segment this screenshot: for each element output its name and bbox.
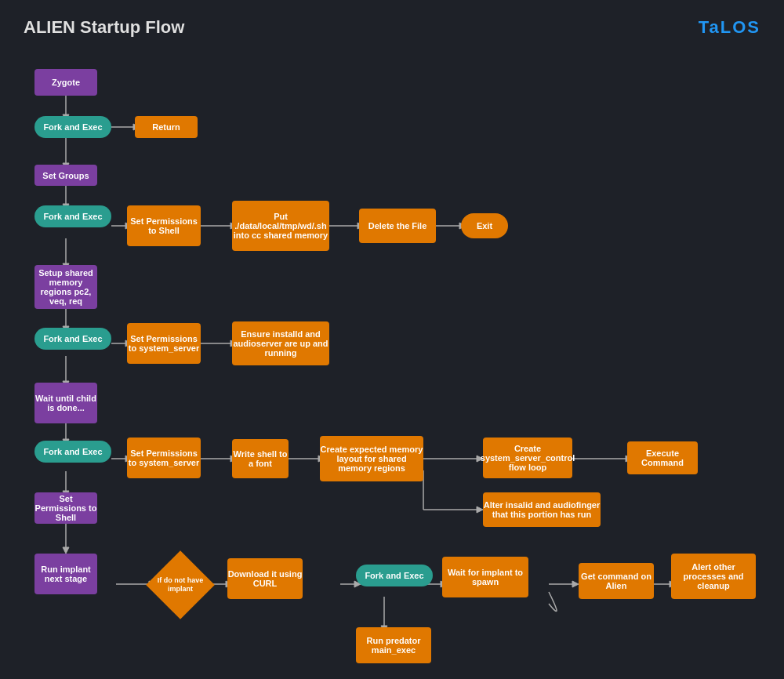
put-data-node: Put ./data/local/tmp/wd/.sh into cc shar… — [232, 201, 329, 251]
set-perm-sys-1-node: Set Permissions to system_server — [127, 323, 201, 364]
create-expected-node: Create expected memory layout for shared… — [320, 436, 423, 481]
fork-exec-3-node: Fork and Exec — [34, 328, 111, 350]
set-perm-shell-2-node: Set Permissions to Shell — [34, 492, 97, 524]
fork-exec-1-node: Fork and Exec — [34, 116, 111, 138]
create-system-server-node: Create system_server_control flow loop — [483, 438, 572, 478]
alter-installd-node: Alter insalid and audiofinger that this … — [483, 492, 601, 527]
setup-shared-node: Setup shared memory regions pc2, veq, re… — [34, 265, 97, 309]
fork-exec-2-node: Fork and Exec — [34, 205, 111, 227]
exit-node: Exit — [461, 213, 508, 238]
write-shell-node: Write shell to a font — [232, 439, 289, 478]
alert-other-node: Alert other processes and cleanup — [671, 554, 756, 599]
zygote-node: Zygote — [34, 69, 97, 96]
set-perm-sys-2-node: Set Permissions to system_server — [127, 438, 201, 478]
get-command-node: Get command on Alien — [579, 563, 654, 599]
delete-file-node: Delete the File — [359, 209, 436, 243]
diagram-container: ALIEN Startup Flow TaLOS — [0, 0, 784, 679]
svg-marker-54 — [572, 581, 579, 587]
download-curl-node: Download it using CURL — [227, 558, 303, 599]
run-implant-node: Run implant next stage — [34, 554, 97, 594]
wait-spawn-node: Wait for implant to spawn — [442, 557, 528, 597]
talos-logo: TaLOS — [699, 17, 760, 38]
return-node: Return — [135, 116, 198, 138]
ensure-installd-node: Ensure installd and audioserver are up a… — [232, 321, 329, 365]
set-groups-node: Set Groups — [34, 165, 97, 186]
wait-child-node: Wait until child is done... — [34, 383, 97, 423]
if-no-implant-node: If do not have implant — [151, 561, 210, 609]
set-perm-shell-1-node: Set Permissions to Shell — [127, 205, 201, 246]
page-title: ALIEN Startup Flow — [24, 17, 184, 38]
fork-exec-4-node: Fork and Exec — [34, 441, 111, 463]
svg-marker-40 — [477, 507, 483, 513]
fork-exec-5-node: Fork and Exec — [356, 565, 433, 586]
svg-marker-44 — [63, 547, 69, 554]
execute-command-node: Execute Command — [627, 441, 698, 474]
run-predator-node: Run predator main_exec — [356, 627, 431, 663]
